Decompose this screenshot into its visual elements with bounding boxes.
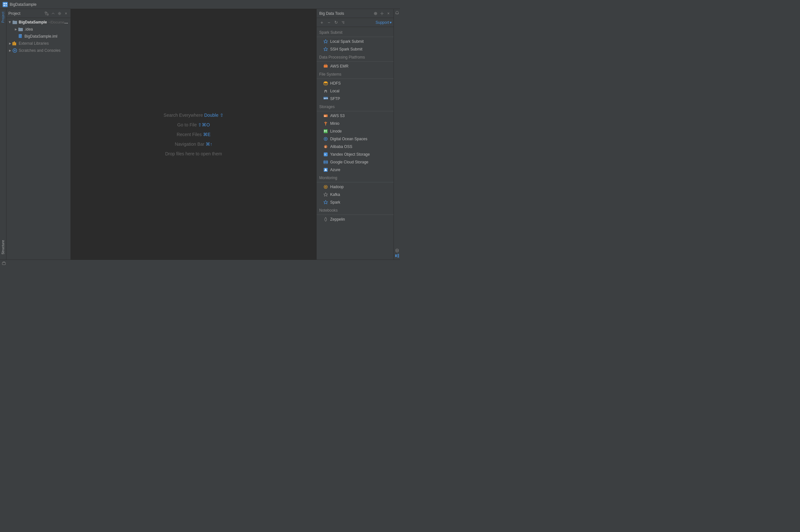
- section-monitoring: Monitoring: [317, 174, 394, 182]
- tree-label-iml: BigDataSample.iml: [24, 34, 57, 39]
- notifications-icon[interactable]: [394, 10, 400, 16]
- bdt-refresh-btn[interactable]: ↻: [333, 19, 339, 26]
- tree-label-idea: .idea: [24, 27, 33, 32]
- rp-label-hadoop: Hadoop: [330, 185, 344, 189]
- rp-item-digital-ocean[interactable]: Digital Ocean Spaces: [317, 135, 394, 143]
- database-tab-icon[interactable]: [394, 248, 400, 253]
- rp-label-alibaba: Alibaba OSS: [330, 145, 352, 149]
- expand-all-icon[interactable]: [44, 11, 49, 16]
- big-data-tools-header: Big Data Tools ×: [317, 9, 394, 18]
- tree-arrow-root: ▶: [8, 20, 12, 24]
- hint-recent-files: Recent Files ⌘E: [177, 132, 210, 137]
- svg-text:A: A: [325, 146, 326, 148]
- rp-item-ssh-spark[interactable]: SSH Spark Submit: [317, 45, 394, 53]
- rp-item-aws-emr[interactable]: AWS EMR: [317, 62, 394, 70]
- rp-item-yandex[interactable]: Y Yandex Object Storage: [317, 151, 394, 158]
- left-sidebar-strip: Project Structure: [0, 9, 6, 260]
- svg-rect-4: [45, 12, 46, 13]
- rp-label-zeppelin: Zeppelin: [330, 217, 345, 222]
- svg-rect-2: [3, 5, 5, 6]
- sftp-icon: SFTP: [323, 96, 328, 101]
- bdt-add-connection-icon[interactable]: [373, 11, 378, 16]
- big-data-tools-title: Big Data Tools: [319, 11, 372, 16]
- rp-label-kafka: Kafka: [330, 192, 340, 197]
- rp-label-aws-emr: AWS EMR: [330, 64, 349, 69]
- spark-mon-icon: [323, 200, 328, 205]
- rp-label-spark-mon: Spark: [330, 200, 340, 205]
- rp-item-kafka[interactable]: Kafka: [317, 191, 394, 198]
- rp-item-local-spark[interactable]: Local Spark Submit: [317, 38, 394, 45]
- separator-3: [317, 78, 394, 79]
- tree-item-iml[interactable]: BigDataSample.iml: [6, 33, 71, 40]
- big-data-tools-panel: Big Data Tools × +: [316, 9, 394, 260]
- section-storages: Storages: [317, 102, 394, 110]
- right-sidebar-strip: [394, 9, 400, 260]
- svg-point-31: [325, 138, 326, 139]
- folder-icon: [18, 27, 23, 32]
- tree-item-external[interactable]: ▶ External Libraries: [6, 40, 71, 47]
- sidebar-item-structure[interactable]: Structure: [1, 238, 5, 257]
- hint-nav-bar: Navigation Bar ⌘↑: [175, 141, 212, 147]
- section-notebooks: Notebooks: [317, 206, 394, 214]
- bdt-support-btn[interactable]: Support ▾: [375, 20, 392, 25]
- svg-rect-5: [47, 14, 48, 15]
- rp-label-azure: Azure: [330, 168, 340, 172]
- rp-item-spark-mon[interactable]: Spark: [317, 198, 394, 206]
- svg-point-8: [59, 13, 60, 14]
- panel-close-icon[interactable]: ×: [63, 11, 69, 16]
- rp-item-linode[interactable]: Linode: [317, 127, 394, 135]
- separator-2: [317, 61, 394, 62]
- yandex-icon: Y: [323, 152, 328, 157]
- rp-label-minio: Minio: [330, 121, 339, 126]
- collapse-all-icon[interactable]: [51, 11, 56, 16]
- bdt-add-btn[interactable]: +: [319, 19, 325, 26]
- rp-item-local[interactable]: Local: [317, 87, 394, 95]
- aws-emr-icon: [323, 64, 328, 69]
- section-data-processing: Data Processing Platfroms: [317, 53, 394, 61]
- alibaba-icon: A: [323, 144, 328, 149]
- svg-point-23: [324, 81, 328, 83]
- svg-text:SFTP: SFTP: [324, 97, 328, 99]
- rp-item-sftp[interactable]: SFTP SFTP: [317, 95, 394, 102]
- bdt-close-icon[interactable]: ×: [386, 11, 391, 16]
- rp-item-hdfs[interactable]: HDFS: [317, 79, 394, 87]
- sidebar-item-project[interactable]: Project: [1, 9, 5, 25]
- rp-item-alibaba[interactable]: A Alibaba OSS: [317, 143, 394, 151]
- svg-rect-0: [3, 3, 5, 4]
- panel-settings-icon[interactable]: [57, 11, 62, 16]
- bdt-settings-icon[interactable]: [379, 11, 385, 16]
- rp-item-google-cloud[interactable]: Google Cloud Storage: [317, 158, 394, 166]
- digital-ocean-icon: [323, 136, 328, 141]
- rp-label-yandex: Yandex Object Storage: [330, 152, 370, 157]
- tree-item-scratches[interactable]: ▶ Scratches and Consoles: [6, 47, 71, 54]
- separator-4: [317, 111, 394, 111]
- svg-text:Y: Y: [324, 153, 326, 156]
- separator-6: [317, 214, 394, 215]
- svg-rect-43: [395, 254, 397, 257]
- rp-item-minio[interactable]: Minio: [317, 120, 394, 127]
- bottom-strip: [0, 260, 400, 266]
- rp-item-aws-s3[interactable]: S3 AWS S3: [317, 112, 394, 120]
- svg-rect-22: [324, 65, 328, 68]
- project-panel-title: Project: [8, 11, 43, 16]
- rp-item-azure[interactable]: Azure: [317, 166, 394, 174]
- tree-item-idea[interactable]: ▶ .idea: [6, 26, 71, 33]
- project-panel: Project ×: [6, 9, 71, 260]
- svg-point-19: [382, 13, 383, 14]
- bdt-config-btn[interactable]: [340, 19, 346, 26]
- linode-icon: [323, 129, 328, 134]
- bdt-toolbar: + − ↻ Support ▾: [317, 18, 394, 27]
- rp-item-hadoop[interactable]: Hadoop: [317, 183, 394, 191]
- tree-label-scratches: Scratches and Consoles: [19, 48, 60, 53]
- scratches-icon: [12, 48, 17, 53]
- rp-item-zeppelin[interactable]: Zeppelin: [317, 215, 394, 223]
- ssh-spark-icon: [323, 46, 328, 52]
- bottom-left-icon[interactable]: [1, 261, 6, 266]
- tree-item-root[interactable]: ▶ BigDataSample ~/Documents/MyProjects/B…: [6, 19, 71, 26]
- rp-label-local-spark: Local Spark Submit: [330, 39, 364, 44]
- big-data-tools-tab-icon[interactable]: [394, 253, 400, 258]
- project-panel-header: Project ×: [6, 9, 71, 18]
- hint-goto-file: Go to File ⇧⌘O: [177, 122, 210, 127]
- zeppelin-icon: [323, 217, 328, 222]
- bdt-remove-btn[interactable]: −: [325, 19, 332, 26]
